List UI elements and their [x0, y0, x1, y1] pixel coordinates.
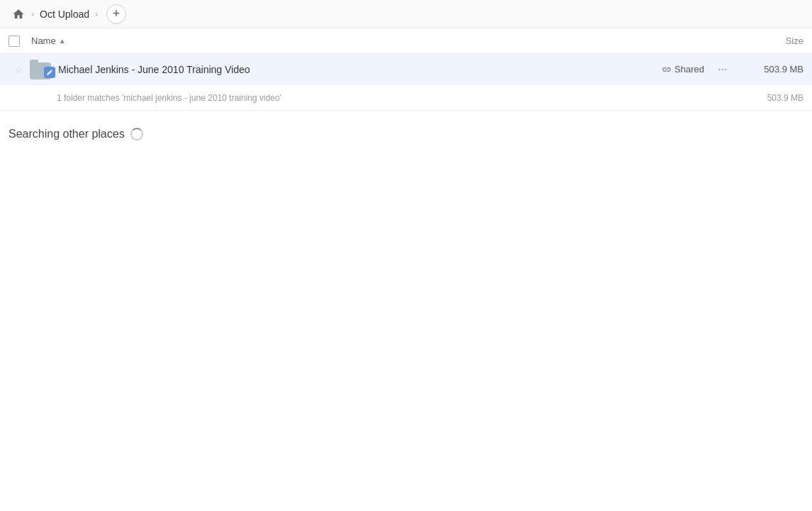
- searching-section: Searching other places: [0, 111, 812, 158]
- sort-arrow-icon: ▲: [59, 37, 66, 45]
- file-icon-col: [28, 60, 54, 79]
- breadcrumb-label[interactable]: Oct Upload: [37, 7, 92, 21]
- loading-spinner: [130, 128, 143, 141]
- shared-label: Shared: [674, 64, 704, 75]
- column-header: Name ▲ Size: [0, 28, 812, 54]
- size-column-header: Size: [733, 35, 803, 46]
- match-text: 1 folder matches 'michael jenkins - june…: [57, 93, 733, 103]
- select-all-col[interactable]: [9, 35, 31, 47]
- edit-badge-icon: [46, 69, 53, 76]
- file-actions: Shared ···: [662, 60, 733, 79]
- folder-icon: [30, 60, 52, 79]
- match-size: 503.9 MB: [733, 93, 803, 103]
- match-row: 1 folder matches 'michael jenkins - june…: [0, 85, 812, 111]
- file-name: Michael Jenkins - June 2010 Training Vid…: [58, 64, 662, 75]
- more-options-button[interactable]: ···: [713, 60, 733, 79]
- breadcrumb-expand-icon: ›: [95, 9, 98, 19]
- home-icon: [12, 8, 25, 21]
- home-button[interactable]: [9, 4, 28, 24]
- shared-badge[interactable]: Shared: [662, 64, 704, 75]
- star-icon: ☆: [14, 64, 23, 75]
- file-row[interactable]: ☆ Michael Jenkins - June 2010 Training V…: [0, 54, 812, 85]
- select-all-checkbox[interactable]: [9, 35, 20, 47]
- header-bar: › Oct Upload › +: [0, 0, 812, 28]
- add-button[interactable]: +: [106, 4, 126, 24]
- file-size: 503.9 MB: [733, 64, 803, 75]
- breadcrumb-chevron: ›: [31, 9, 34, 19]
- more-options-icon: ···: [718, 63, 727, 76]
- name-column-header[interactable]: Name ▲: [31, 35, 733, 46]
- link-icon: [662, 65, 672, 75]
- star-button[interactable]: ☆: [9, 64, 28, 75]
- searching-label: Searching other places: [9, 128, 125, 141]
- name-header-label: Name: [31, 35, 56, 46]
